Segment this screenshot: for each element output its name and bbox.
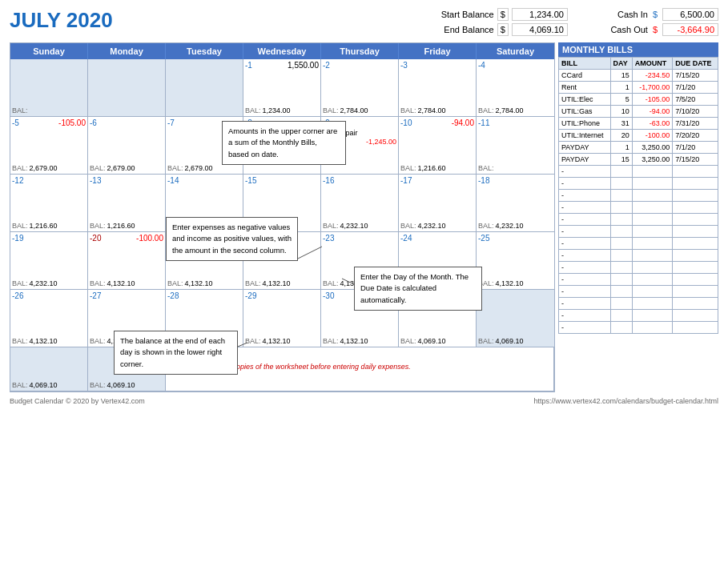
bill-day: 31 <box>610 118 632 130</box>
bill-day <box>610 226 632 238</box>
bill-day <box>610 214 632 226</box>
bill-name: PAYDAY <box>559 154 611 166</box>
cal-cell-12: -12 BAL:1,216.60 <box>10 175 88 232</box>
bill-amount <box>632 310 672 322</box>
bill-due: 7/15/20 <box>673 154 718 166</box>
bill-day: 10 <box>610 106 632 118</box>
bill-name: - <box>559 310 611 322</box>
cal-cell-3: -3 BAL:2,784.00 <box>399 59 477 117</box>
cashin-section: Cash In $ 6,500.00 Cash Out $ -3,664.90 <box>592 8 718 36</box>
cashin-value: 6,500.00 <box>662 8 718 21</box>
callout-3: Enter the Day of the Month. The Due Date… <box>354 267 482 311</box>
bill-day <box>610 178 632 190</box>
bill-due <box>673 262 718 274</box>
cal-cell-4: -4 BAL:2,784.00 <box>477 59 554 117</box>
bill-due: 7/15/20 <box>673 70 718 82</box>
bill-name: - <box>559 322 611 334</box>
bill-amount <box>632 262 672 274</box>
bill-due <box>673 310 718 322</box>
bill-name: - <box>559 262 611 274</box>
bill-amount: -63.00 <box>632 118 672 130</box>
footer-right: https://www.vertex42.com/calendars/budge… <box>533 397 718 405</box>
bill-due: 7/10/20 <box>673 106 718 118</box>
bill-amount: 3,250.00 <box>632 154 672 166</box>
cal-cell-19: -19 BAL:4,232.10 <box>10 232 88 290</box>
bill-day <box>610 166 632 178</box>
cashout-value: -3,664.90 <box>662 23 718 36</box>
bill-due <box>673 178 718 190</box>
bill-amount <box>632 190 672 202</box>
cal-cell-13: -13 BAL:1,216.60 <box>88 175 166 232</box>
bill-name: - <box>559 298 611 310</box>
bill-amount <box>632 238 672 250</box>
bill-day <box>610 262 632 274</box>
bill-name: - <box>559 238 611 250</box>
cal-cell-18: -18 BAL:4,232.10 <box>477 175 554 232</box>
bill-due: 7/5/20 <box>673 94 718 106</box>
cal-cell-26: -26 BAL:4,132.10 <box>10 290 88 347</box>
cal-cell-25: -25 BAL:4,132.10 <box>477 232 554 290</box>
bill-day <box>610 190 632 202</box>
cashin-label: Cash In <box>592 10 648 19</box>
cal-cell-extra-sun: BAL:4,069.10 <box>10 347 88 391</box>
bill-day <box>610 238 632 250</box>
bill-name: - <box>559 178 611 190</box>
bill-day: 20 <box>610 130 632 142</box>
bill-amount <box>632 250 672 262</box>
week-6: BAL:4,069.10 BAL:4,069.10 NOTES Remember… <box>10 347 554 391</box>
cal-cell-11: -11 BAL: <box>477 117 554 175</box>
bill-name: - <box>559 190 611 202</box>
bill-amount <box>632 226 672 238</box>
bill-amount <box>632 322 672 334</box>
bill-amount <box>632 298 672 310</box>
bill-name: - <box>559 274 611 286</box>
bill-name: UTIL:Gas <box>559 106 611 118</box>
cal-cell-10: -10-94.00 BAL:1,216.60 <box>399 117 477 175</box>
bill-name: - <box>559 226 611 238</box>
bill-amount: -100.00 <box>632 130 672 142</box>
start-dollar: $ <box>497 8 509 21</box>
bill-day <box>610 298 632 310</box>
bill-name: - <box>559 214 611 226</box>
bill-amount <box>632 178 672 190</box>
end-dollar: $ <box>497 23 509 36</box>
page-title: JULY 2020 <box>10 8 430 33</box>
cal-cell-2: -2 BAL:2,784.00 <box>321 59 399 117</box>
callout-1: Amounts in the upper corner are a sum of… <box>222 121 346 165</box>
bill-day <box>610 310 632 322</box>
bill-due: 7/20/20 <box>673 130 718 142</box>
cal-cell-16: -16 BAL:4,232.10 <box>321 175 399 232</box>
bill-due <box>673 274 718 286</box>
cashin-dollar: $ <box>651 9 659 20</box>
bill-due <box>673 214 718 226</box>
bill-day <box>610 202 632 214</box>
start-balance-value: 1,234.00 <box>512 8 568 21</box>
bill-due <box>673 286 718 298</box>
bill-due <box>673 322 718 334</box>
bill-day <box>610 250 632 262</box>
bill-amount <box>632 202 672 214</box>
bill-day: 15 <box>610 70 632 82</box>
bill-name: - <box>559 250 611 262</box>
balance-section: Start Balance $ 1,234.00 End Balance $ 4… <box>430 8 568 36</box>
end-balance-value: 4,069.10 <box>512 23 568 36</box>
bill-name: PAYDAY <box>559 142 611 154</box>
header-sunday: Sunday <box>10 43 88 59</box>
bill-day: 5 <box>610 94 632 106</box>
cal-cell-5: -5-105.00 BAL:2,679.00 <box>10 117 88 175</box>
callout-4: The balance at the end of each day is sh… <box>114 331 238 375</box>
bill-due: 7/1/20 <box>673 142 718 154</box>
bill-name: CCard <box>559 70 611 82</box>
bill-name: - <box>559 286 611 298</box>
bill-name: - <box>559 166 611 178</box>
header-wednesday: Wednesday <box>243 43 321 59</box>
bill-due <box>673 238 718 250</box>
bill-day <box>610 322 632 334</box>
bill-day <box>610 286 632 298</box>
footer-left: Budget Calendar © 2020 by Vertex42.com <box>10 397 145 405</box>
bill-name: Rent <box>559 82 611 94</box>
header-saturday: Saturday <box>477 43 554 59</box>
bill-amount <box>632 214 672 226</box>
end-balance-label: End Balance <box>430 25 494 34</box>
cal-cell-6: -6 BAL:2,679.00 <box>88 117 166 175</box>
